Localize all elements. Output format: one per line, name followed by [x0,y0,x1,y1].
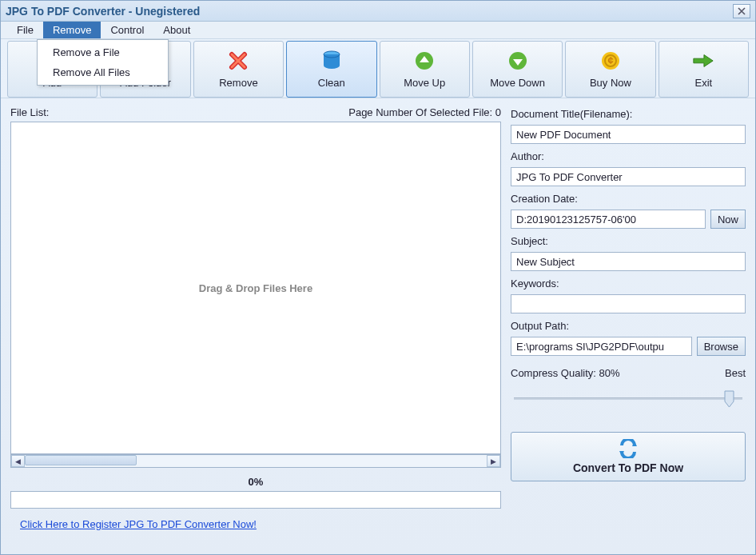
exit-label: Exit [694,77,712,89]
clean-button[interactable]: Clean [286,41,376,98]
close-icon [738,7,746,15]
page-number-label: Page Number Of Selected File: 0 [348,106,501,118]
output-input[interactable] [511,337,692,356]
menu-remove[interactable]: Remove [43,22,101,38]
move-down-label: Move Down [490,77,545,89]
cylinder-icon [320,50,343,72]
quality-slider[interactable] [511,389,746,409]
remove-dropdown: Remove a File Remove All Files [37,39,169,86]
dropdown-remove-all[interactable]: Remove All Files [40,62,165,82]
progress-label: 0% [10,476,501,488]
doc-title-label: Document Title(Filename): [511,108,746,120]
move-up-button[interactable]: Move Up [380,41,470,98]
right-column: Document Title(Filename): Author: Creati… [511,106,746,530]
subject-input[interactable] [511,252,746,271]
dropzone-text: Drag & Drop Files Here [199,282,312,294]
window-title: JPG To PDF Converter - Unegistered [6,5,733,18]
close-button[interactable] [733,4,750,18]
remove-label: Remove [219,77,257,89]
file-list-label: File List: [10,106,49,118]
quality-row: Compress Quality: 80% Best [511,367,746,379]
buy-now-button[interactable]: ¢ Buy Now [565,41,655,98]
clean-label: Clean [318,77,345,89]
author-input[interactable] [511,167,746,186]
date-label: Creation Date: [511,193,746,205]
left-column: File List: Page Number Of Selected File:… [10,106,501,530]
scroll-right-button[interactable]: ▶ [487,455,500,467]
titlebar: JPG To PDF Converter - Unegistered [1,1,755,22]
coin-icon: ¢ [599,50,622,72]
quality-label: Compress Quality: 80% [511,367,620,379]
scroll-left-button[interactable]: ◀ [11,455,25,467]
output-label: Output Path: [511,320,746,332]
convert-icon [617,439,639,458]
menu-about[interactable]: About [153,22,200,38]
arrow-right-icon [692,50,714,72]
dropzone[interactable]: Drag & Drop Files Here [10,122,501,454]
keywords-label: Keywords: [511,278,746,289]
date-input[interactable] [511,210,706,229]
subject-label: Subject: [511,235,746,247]
now-button[interactable]: Now [710,210,746,229]
svg-text:¢: ¢ [607,54,613,66]
main-content: File List: Page Number Of Selected File:… [1,98,755,530]
progress-bar [10,491,501,509]
main-window: JPG To PDF Converter - Unegistered File … [0,0,756,555]
up-green-icon [413,50,436,72]
x-red-icon [227,50,249,72]
slider-track [514,397,742,400]
down-green-icon [507,50,529,72]
author-label: Author: [511,150,746,162]
keywords-input[interactable] [511,294,746,313]
browse-button[interactable]: Browse [697,337,746,356]
convert-button[interactable]: Convert To PDF Now [511,432,746,481]
remove-button[interactable]: Remove [193,41,284,98]
scroll-thumb[interactable] [25,455,137,465]
exit-button[interactable]: Exit [659,41,749,98]
file-list-header: File List: Page Number Of Selected File:… [10,106,501,118]
move-up-label: Move Up [404,77,445,89]
menubar: File Remove Control About [1,22,755,39]
convert-label: Convert To PDF Now [573,461,683,474]
slider-thumb[interactable] [724,390,734,408]
quality-best: Best [725,367,746,379]
buy-now-label: Buy Now [590,77,631,89]
hscrollbar[interactable]: ◀ ▶ [10,454,501,468]
menu-control[interactable]: Control [101,22,153,38]
move-down-button[interactable]: Move Down [472,41,563,98]
dropdown-remove-file[interactable]: Remove a File [40,42,165,62]
menu-file[interactable]: File [7,22,43,38]
doc-title-input[interactable] [511,125,746,144]
register-link[interactable]: Click Here to Register JPG To PDF Conver… [20,518,501,530]
scroll-track[interactable] [25,455,487,467]
